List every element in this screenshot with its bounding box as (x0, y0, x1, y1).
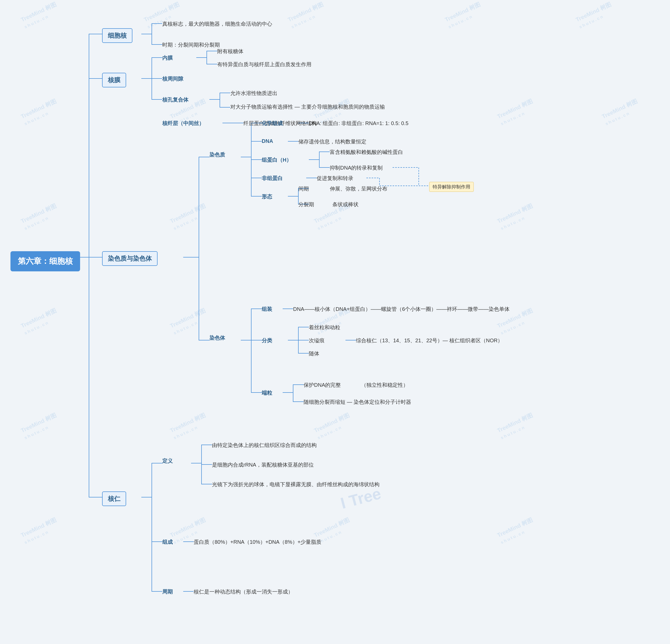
text-细胞核-2: 时期：分裂间期和分裂期 (162, 41, 220, 49)
text-组成: 组成 (162, 538, 173, 546)
watermark-12: TreeMind 树图s h u t u . c n (169, 202, 210, 232)
text-端粒-1-val: （独立性和稳定性） (361, 381, 408, 389)
text-定义-3: 光镜下为强折光的球体，电镜下显裸露无膜、由纤维丝构成的海绵状结构 (212, 481, 379, 488)
text-间期-label: 间期 (298, 185, 309, 192)
logo-watermark: I Tree (339, 484, 383, 512)
text-周期-val: 核仁是一种动态结构（形成一消失一形成） (194, 588, 293, 595)
text-组蛋白-1: 富含精氨酸和赖氨酸的碱性蛋白 (330, 149, 403, 156)
tooltip-特异解除: 特异解除抑制作用 (429, 182, 474, 192)
text-组装-val: DNA——核小体（DNA+组蛋白）——螺旋管（6个小体一圈）——袢环——微带——… (293, 306, 510, 313)
watermark-20: TreeMind 树图s h u t u . c n (169, 411, 210, 441)
text-DNA-val: 储存遗传信息，结构数量恒定 (298, 138, 366, 145)
text-核孔复合体: 核孔复合体 (162, 96, 188, 103)
text-非组蛋白: 非组蛋白 (262, 175, 283, 182)
text-核纤层: 核纤层（中间丝） (162, 120, 204, 127)
text-染色质: 染色质 (209, 151, 225, 158)
text-间期-val: 伸展、弥散，呈网状分布 (330, 185, 387, 192)
text-对大分子: 对大分子物质运输有选择性 — 主要介导细胞核和胞质间的物质运输 (230, 103, 385, 110)
l1-核仁: 核仁 (102, 492, 126, 506)
text-附有核糖体: 附有核糖体 (217, 48, 243, 55)
watermark-23: TreeMind 树图s h u t u . c n (19, 516, 61, 546)
text-分类: 分类 (262, 337, 272, 344)
watermark-1: TreeMind 树图s h u t u . c n (19, 1, 61, 30)
text-有特异蛋白质: 有特异蛋白质与核纤层上蛋白质发生作用 (217, 61, 311, 68)
watermark-6: TreeMind 树图s h u t u . c n (19, 97, 61, 127)
text-细胞核-1: 真核标志，最大的细胞器，细胞生命活动的中心 (162, 21, 272, 27)
text-定义-1: 由特定染色体上的核仁组织区综合而成的结构 (212, 442, 317, 449)
l1-核膜: 核膜 (102, 73, 126, 88)
connector-lines (0, 0, 670, 644)
watermark-14: TreeMind 树图s h u t u . c n (496, 202, 537, 232)
text-分裂期-label: 分裂期 (298, 201, 314, 208)
text-次缢痕-val: 综合核仁（13、14、15、21、22号）— 核仁组织者区（NOR） (356, 337, 503, 344)
watermark-3: TreeMind 树图s h u t u . c n (286, 1, 328, 30)
l1-染色质与染色体: 染色质与染色体 (102, 251, 158, 266)
watermark-15: TreeMind 树图s h u t u . c n (19, 307, 61, 336)
text-次缢痕: 次缢痕 (309, 337, 324, 344)
page-container: TreeMind 树图s h u t u . c n TreeMind 树图s … (0, 0, 670, 644)
text-组装: 组装 (262, 306, 272, 313)
watermark-11: TreeMind 树图s h u t u . c n (19, 202, 61, 232)
text-端粒-1-label: 保护DNA的完整 (304, 381, 341, 389)
text-着丝粒: 着丝粒和动粒 (309, 324, 340, 331)
watermark-22: TreeMind 树图s h u t u . c n (496, 411, 537, 441)
text-分裂期-val: 条状或棒状 (332, 201, 359, 208)
text-定义-2: 是细胞内合成rRNA，装配核糖体亚基的部位 (212, 461, 314, 468)
text-端粒-2: 随细胞分裂而缩短 — 染色体定位和分子计时器 (304, 399, 411, 406)
text-周期: 周期 (162, 588, 173, 595)
text-染色体: 染色体 (209, 334, 225, 341)
text-随体: 随体 (309, 350, 319, 357)
text-化学组成-val: DNA: 组蛋白: 非组蛋白: RNA=1: 1: 0.5: 0.5 (309, 120, 408, 127)
text-组蛋白: 组蛋白（H） (262, 157, 292, 163)
text-化学组成: 化学组成 (262, 120, 283, 127)
watermark-21: TreeMind 树图s h u t u . c n (313, 411, 354, 441)
l1-细胞核: 细胞核 (102, 28, 132, 43)
watermark-5: TreeMind 树图s h u t u . c n (575, 1, 616, 30)
watermark-10: TreeMind 树图s h u t u . c n (601, 97, 642, 127)
text-DNA: DNA (262, 138, 273, 144)
watermark-16: TreeMind 树图s h u t u . c n (169, 307, 210, 336)
watermark-19: TreeMind 树图s h u t u . c n (19, 411, 61, 441)
text-形态: 形态 (262, 193, 272, 200)
text-内膜: 内膜 (162, 54, 173, 62)
text-端粒: 端粒 (262, 389, 272, 397)
text-定义: 定义 (162, 457, 173, 465)
text-允许水溶性: 允许水溶性物质进出 (230, 90, 278, 97)
watermark-9: TreeMind 树图s h u t u . c n (496, 97, 537, 127)
watermark-4: TreeMind 树图s h u t u . c n (444, 1, 485, 30)
text-非组蛋白-val: 促进复制和转录 (317, 175, 353, 182)
text-核周间隙: 核周间隙 (162, 75, 183, 82)
watermark-26: TreeMind 树图s h u t u . c n (496, 516, 537, 546)
text-组蛋白-2: 抑制DNA的转录和复制 (330, 164, 383, 171)
root-node: 第六章：细胞核 (11, 251, 80, 271)
text-组成-val: 蛋白质（80%）+RNA（10%）+DNA（8%）+少量脂质 (194, 538, 321, 546)
